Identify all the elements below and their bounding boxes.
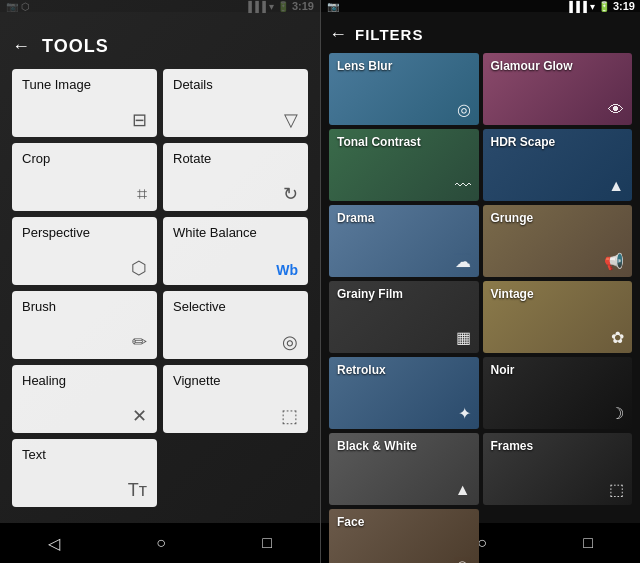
filter-glamour-label: Glamour Glow [491, 59, 573, 73]
vignette-icon: ⬚ [281, 407, 298, 425]
brush-icon: ✏ [132, 333, 147, 351]
noir-icon: ☽ [610, 404, 624, 423]
back-button-left[interactable]: ← [12, 36, 30, 57]
bottom-nav-left: ◁ ○ □ [0, 523, 320, 563]
tools-title: TOOLS [42, 36, 109, 57]
filter-noir[interactable]: Noir ☽ [483, 357, 633, 429]
tools-header: ← TOOLS [12, 36, 308, 57]
wifi-right: ▾ [590, 1, 595, 12]
status-left-right: 📷 [327, 1, 339, 12]
tool-text[interactable]: Text Tт [12, 439, 157, 507]
tune-image-icon: ⊟ [132, 111, 147, 129]
tool-details-label: Details [173, 77, 298, 92]
filter-lens-blur-label: Lens Blur [337, 59, 392, 73]
drama-icon: ☁ [455, 252, 471, 271]
filter-drama-label: Drama [337, 211, 374, 225]
frames-icon: ⬚ [609, 480, 624, 499]
tool-rotate[interactable]: Rotate ↻ [163, 143, 308, 211]
photo-icon-right: 📷 [327, 1, 339, 12]
filter-tonal-label: Tonal Contrast [337, 135, 421, 149]
tool-healing[interactable]: Healing ✕ [12, 365, 157, 433]
tool-perspective[interactable]: Perspective ⬡ [12, 217, 157, 285]
filters-grid: Lens Blur ◎ Glamour Glow 👁 Tonal Contras… [329, 53, 632, 563]
filter-vintage[interactable]: Vintage ✿ [483, 281, 633, 353]
filter-tonal-contrast[interactable]: Tonal Contrast 〰 [329, 129, 479, 201]
tool-rotate-label: Rotate [173, 151, 298, 166]
filter-glamour-glow[interactable]: Glamour Glow 👁 [483, 53, 633, 125]
tool-vignette-label: Vignette [173, 373, 298, 388]
perspective-icon: ⬡ [131, 259, 147, 277]
tool-perspective-label: Perspective [22, 225, 147, 240]
filters-title: FILTERS [355, 26, 423, 43]
filter-vintage-label: Vintage [491, 287, 534, 301]
vintage-icon: ✿ [611, 328, 624, 347]
retrolux-icon: ✦ [458, 404, 471, 423]
crop-icon: ⌗ [137, 185, 147, 203]
filter-grunge-label: Grunge [491, 211, 534, 225]
details-icon: ▽ [284, 111, 298, 129]
bw-icon: ▲ [455, 481, 471, 499]
battery-right: 🔋 [598, 1, 610, 12]
hdr-icon: ▲ [608, 177, 624, 195]
lens-blur-icon: ◎ [457, 100, 471, 119]
filter-grainy-label: Grainy Film [337, 287, 403, 301]
tool-tune-image[interactable]: Tune Image ⊟ [12, 69, 157, 137]
filter-drama[interactable]: Drama ☁ [329, 205, 479, 277]
filters-panel: 📷 ▐▐▐ ▾ 🔋 3:19 ← FILTERS Lens Blur ◎ Gla… [320, 0, 640, 563]
filter-frames-label: Frames [491, 439, 534, 453]
home-nav-left[interactable]: ○ [156, 534, 166, 552]
tools-grid: Tune Image ⊟ Details ▽ Crop ⌗ Rotate ↻ P… [12, 69, 308, 507]
filter-bw-label: Black & White [337, 439, 417, 453]
tool-details[interactable]: Details ▽ [163, 69, 308, 137]
glamour-icon: 👁 [608, 101, 624, 119]
filter-hdr-scape[interactable]: HDR Scape ▲ [483, 129, 633, 201]
filters-header: ← FILTERS [329, 24, 632, 45]
filter-retrolux[interactable]: Retrolux ✦ [329, 357, 479, 429]
grainy-icon: ▦ [456, 328, 471, 347]
tool-healing-label: Healing [22, 373, 147, 388]
filter-retrolux-label: Retrolux [337, 363, 386, 377]
filter-grunge[interactable]: Grunge 📢 [483, 205, 633, 277]
text-icon: Tт [128, 481, 147, 499]
filter-face-label: Face [337, 515, 364, 529]
tool-white-balance-label: White Balance [173, 225, 298, 240]
empty-slot [163, 439, 308, 507]
recent-nav-left[interactable]: □ [262, 534, 272, 552]
tool-text-label: Text [22, 447, 147, 462]
tool-white-balance[interactable]: White Balance Wb [163, 217, 308, 285]
back-button-right[interactable]: ← [329, 24, 347, 45]
rotate-icon: ↻ [283, 185, 298, 203]
filter-frames[interactable]: Frames ⬚ [483, 433, 633, 505]
tool-crop-label: Crop [22, 151, 147, 166]
tool-crop[interactable]: Crop ⌗ [12, 143, 157, 211]
tools-panel: 📷 ⬡ ▐▐▐ ▾ 🔋 3:19 ← TOOLS Tune Image ⊟ De… [0, 0, 320, 563]
grunge-icon: 📢 [604, 252, 624, 271]
selective-icon: ◎ [282, 333, 298, 351]
tonal-icon: 〰 [455, 177, 471, 195]
face-icon: ☺ [454, 557, 470, 563]
white-balance-icon: Wb [276, 263, 298, 277]
filter-hdr-label: HDR Scape [491, 135, 556, 149]
filter-grainy-film[interactable]: Grainy Film ▦ [329, 281, 479, 353]
filter-lens-blur[interactable]: Lens Blur ◎ [329, 53, 479, 125]
filter-noir-label: Noir [491, 363, 515, 377]
status-right-icons: ▐▐▐ ▾ 🔋 3:19 [566, 0, 635, 12]
tools-content: ← TOOLS Tune Image ⊟ Details ▽ Crop ⌗ Ro… [0, 12, 320, 519]
back-nav-left[interactable]: ◁ [48, 534, 60, 553]
filter-bw[interactable]: Black & White ▲ [329, 433, 479, 505]
filter-face[interactable]: Face ☺ [329, 509, 479, 563]
status-bar-right: 📷 ▐▐▐ ▾ 🔋 3:19 [321, 0, 640, 12]
panel-divider [320, 0, 321, 563]
tool-selective[interactable]: Selective ◎ [163, 291, 308, 359]
signal-right: ▐▐▐ [566, 1, 587, 12]
tool-brush-label: Brush [22, 299, 147, 314]
tool-brush[interactable]: Brush ✏ [12, 291, 157, 359]
time-right: 3:19 [613, 0, 635, 12]
filters-content: ← FILTERS Lens Blur ◎ Glamour Glow 👁 Ton… [321, 0, 640, 563]
tool-tune-image-label: Tune Image [22, 77, 147, 92]
tool-selective-label: Selective [173, 299, 298, 314]
healing-icon: ✕ [132, 407, 147, 425]
tool-vignette[interactable]: Vignette ⬚ [163, 365, 308, 433]
